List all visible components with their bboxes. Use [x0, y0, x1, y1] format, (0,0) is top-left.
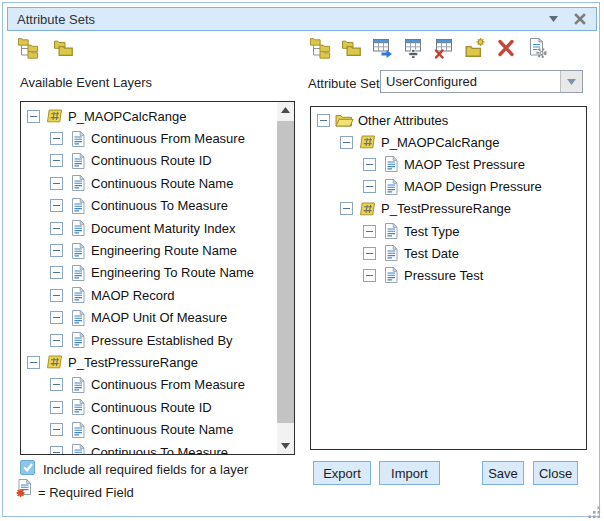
field-icon [68, 265, 87, 281]
save-attribute-set-button[interactable] [370, 38, 394, 62]
collapse-toggle[interactable] [27, 110, 40, 123]
collapse-toggle[interactable] [50, 446, 63, 454]
tree-item-label: MAOP Test Pressure [404, 157, 525, 172]
tree-item[interactable]: Continuous Route Name [21, 418, 277, 440]
tree-item[interactable]: Engineering Route Name [21, 239, 277, 261]
attribute-set-properties-button[interactable] [525, 38, 549, 62]
tree-item[interactable]: Engineering To Route Name [21, 262, 277, 284]
collapse-toggle[interactable] [50, 132, 63, 145]
field-icon [68, 175, 87, 191]
collapse-toggle[interactable] [50, 401, 63, 414]
tree-item[interactable]: MAOP Unit Of Measure [21, 307, 277, 329]
tree-item[interactable]: Continuous Route Name [21, 172, 277, 194]
tree-item-label: MAOP Record [91, 288, 175, 303]
caret-down-icon[interactable] [546, 12, 561, 27]
event-layer-icon [358, 135, 377, 149]
resize-grip[interactable] [588, 505, 601, 518]
field-icon [68, 287, 87, 303]
attribute-set-label: Attribute Set: [308, 76, 383, 91]
tree-item[interactable]: Pressure Established By [21, 329, 277, 351]
tree-item-label: Document Maturity Index [91, 221, 236, 236]
tree-item[interactable]: Continuous To Measure [21, 441, 277, 454]
tree-item[interactable]: Other Attributes [311, 109, 586, 131]
tree-item-label: Test Type [404, 224, 459, 239]
field-icon [68, 153, 87, 169]
collapse-toggle[interactable] [50, 177, 63, 190]
collapse-toggle[interactable] [50, 199, 63, 212]
collapse-toggle[interactable] [340, 136, 353, 149]
tree-item-label: Continuous Route Name [91, 422, 233, 437]
collapse-toggle[interactable] [50, 266, 63, 279]
tree-item[interactable]: MAOP Record [21, 284, 277, 306]
tree-item-label: P_MAOPCalcRange [381, 135, 500, 150]
tree-item-label: Other Attributes [358, 113, 448, 128]
collapse-toggle[interactable] [50, 289, 63, 302]
remove-selected-button[interactable] [494, 38, 518, 62]
tree-item[interactable]: Continuous Route ID [21, 396, 277, 418]
collapse-toggle[interactable] [50, 222, 63, 235]
tree-item[interactable]: MAOP Design Pressure [311, 176, 586, 198]
tree-item-label: Pressure Test [404, 268, 483, 283]
collapse-toggle[interactable] [363, 180, 376, 193]
tree-item[interactable]: Continuous From Measure [21, 374, 277, 396]
tree-item[interactable]: P_TestPressureRange [21, 351, 277, 373]
tree-item[interactable]: Test Date [311, 242, 586, 264]
tree-item[interactable]: Document Maturity Index [21, 217, 277, 239]
tree-item[interactable]: Continuous To Measure [21, 195, 277, 217]
expand-event-layers-button[interactable] [16, 38, 40, 62]
delete-x-icon [496, 38, 516, 62]
required-field-legend: = Required Field [38, 485, 134, 500]
collapse-toggle[interactable] [50, 378, 63, 391]
field-icon [381, 267, 400, 283]
tree-item[interactable]: Continuous Route ID [21, 150, 277, 172]
tree-item[interactable]: P_MAOPCalcRange [311, 131, 586, 153]
tree-item[interactable]: P_TestPressureRange [311, 198, 586, 220]
expand-attributes-button[interactable] [308, 38, 332, 62]
collapse-toggle[interactable] [363, 225, 376, 238]
export-button[interactable]: Export [313, 461, 371, 485]
tree-item[interactable]: Pressure Test [311, 264, 586, 286]
vertical-scrollbar[interactable] [277, 102, 294, 454]
collapse-toggle[interactable] [50, 311, 63, 324]
new-attribute-group-button[interactable] [463, 38, 487, 62]
tree-item[interactable]: P_MAOPCalcRange [21, 105, 277, 127]
collapse-toggle[interactable] [363, 158, 376, 171]
field-icon [68, 422, 87, 438]
close-icon[interactable] [572, 12, 587, 27]
close-button[interactable]: Close [533, 461, 578, 485]
tree-item-label: Continuous To Measure [91, 198, 228, 213]
include-required-label: Include all required fields for a layer [43, 462, 248, 477]
tree-item[interactable]: MAOP Test Pressure [311, 153, 586, 175]
field-icon [381, 223, 400, 239]
tree-item[interactable]: Test Type [311, 220, 586, 242]
field-icon [68, 310, 87, 326]
collapse-toggle[interactable] [50, 334, 63, 347]
collapse-attributes-button[interactable] [339, 38, 363, 62]
titlebar[interactable]: Attribute Sets [7, 7, 597, 31]
collapse-toggle[interactable] [27, 356, 40, 369]
scroll-down-icon[interactable] [277, 438, 294, 454]
delete-attribute-set-button[interactable] [432, 38, 456, 62]
combo-dropdown-button[interactable] [560, 71, 582, 92]
collapse-event-layers-button[interactable] [51, 38, 75, 62]
field-icon [68, 444, 87, 454]
collapse-toggle[interactable] [340, 202, 353, 215]
table-remove-icon [433, 37, 455, 63]
collapse-toggle[interactable] [317, 114, 330, 127]
save-button[interactable]: Save [482, 461, 524, 485]
collapse-toggle[interactable] [50, 154, 63, 167]
collapse-toggle[interactable] [363, 269, 376, 282]
tree-item[interactable]: Continuous From Measure [21, 127, 277, 149]
collapse-toggle[interactable] [363, 247, 376, 260]
tree-item-label: Test Date [404, 246, 459, 261]
collapse-toggle[interactable] [50, 423, 63, 436]
attribute-set-combo[interactable]: UserConfigured [380, 70, 583, 93]
tree-item-label: P_TestPressureRange [68, 355, 198, 370]
new-attribute-set-button[interactable] [401, 38, 425, 62]
import-button[interactable]: Import [379, 461, 440, 485]
include-required-checkbox[interactable] [20, 460, 35, 475]
collapse-toggle[interactable] [50, 244, 63, 257]
scrollbar-thumb[interactable] [277, 121, 294, 423]
event-layer-icon [45, 355, 64, 369]
scroll-up-icon[interactable] [277, 102, 294, 118]
